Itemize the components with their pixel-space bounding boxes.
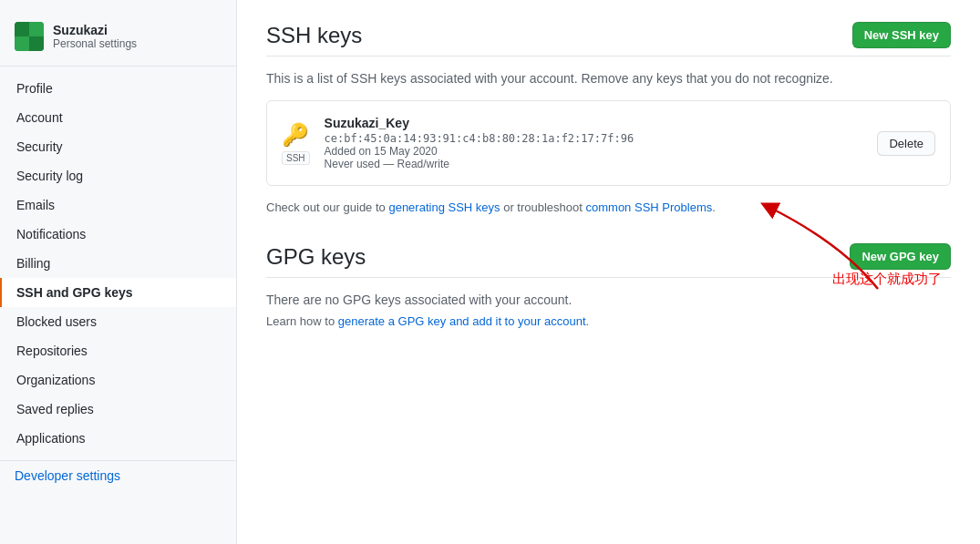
sidebar-item-security[interactable]: Security: [0, 132, 236, 161]
sidebar-item-ssh-gpg-keys[interactable]: SSH and GPG keys: [0, 278, 236, 307]
ssh-key-fingerprint: ce:bf:45:0a:14:93:91:c4:b8:80:28:1a:f2:1…: [325, 132, 863, 145]
sidebar-developer-settings[interactable]: Developer settings: [0, 460, 236, 490]
ssh-guide-text: Check out our guide to generating SSH ke…: [266, 200, 951, 214]
ssh-key-entry: 🔑 SSH Suzukazi_Key ce:bf:45:0a:14:93:91:…: [266, 100, 951, 186]
ssh-key-added: Added on 15 May 2020: [325, 145, 863, 158]
sidebar-item-security-log[interactable]: Security log: [0, 161, 236, 190]
ssh-key-usage: Never used — Read/write: [325, 158, 863, 170]
sidebar-item-blocked-users[interactable]: Blocked users: [0, 307, 236, 336]
sidebar: Suzukazi Personal settings ProfileAccoun…: [0, 0, 237, 544]
sidebar-item-applications[interactable]: Applications: [0, 424, 236, 453]
sidebar-item-notifications[interactable]: Notifications: [0, 220, 236, 249]
new-gpg-key-button[interactable]: New GPG key: [850, 243, 951, 270]
main-content: SSH keys New SSH key This is a list of S…: [237, 0, 980, 544]
key-icon: 🔑: [282, 122, 309, 148]
ssh-section-header: SSH keys New SSH key: [266, 22, 951, 56]
sidebar-user-profile: Suzukazi Personal settings: [0, 15, 236, 67]
ssh-problems-link[interactable]: common SSH Problems: [586, 200, 713, 214]
sidebar-item-billing[interactable]: Billing: [0, 249, 236, 278]
sidebar-item-emails[interactable]: Emails: [0, 190, 236, 220]
ssh-key-icon-area: 🔑 SSH: [282, 122, 310, 165]
ssh-description: This is a list of SSH keys associated wi…: [266, 71, 951, 86]
sidebar-item-profile[interactable]: Profile: [0, 74, 236, 103]
generating-ssh-keys-link[interactable]: generating SSH keys: [388, 200, 500, 214]
sidebar-item-account[interactable]: Account: [0, 103, 236, 132]
sidebar-item-saved-replies[interactable]: Saved replies: [0, 395, 236, 424]
sidebar-subtitle: Personal settings: [53, 37, 137, 50]
gpg-section: GPG keys New GPG key There are no GPG ke…: [266, 243, 951, 328]
sidebar-item-organizations[interactable]: Organizations: [0, 365, 236, 395]
delete-ssh-key-button[interactable]: Delete: [877, 131, 935, 156]
annotation-text: 出现这个就成功了: [832, 271, 942, 288]
gpg-learn-text: Learn how to generate a GPG key and add …: [266, 314, 951, 328]
ssh-title: SSH keys: [266, 23, 362, 48]
ssh-key-details: Suzukazi_Key ce:bf:45:0a:14:93:91:c4:b8:…: [325, 116, 863, 170]
gpg-no-keys-text: There are no GPG keys associated with yo…: [266, 293, 951, 307]
sidebar-username: Suzukazi: [53, 23, 137, 37]
sidebar-item-repositories[interactable]: Repositories: [0, 336, 236, 365]
ssh-key-name: Suzukazi_Key: [325, 116, 863, 130]
generate-gpg-key-link[interactable]: generate a GPG key and add it to your ac…: [338, 314, 586, 328]
ssh-badge: SSH: [282, 151, 310, 165]
gpg-title: GPG keys: [266, 244, 366, 270]
new-ssh-key-button[interactable]: New SSH key: [852, 22, 951, 48]
avatar: [15, 22, 44, 51]
sidebar-nav: ProfileAccountSecuritySecurity logEmails…: [0, 74, 236, 453]
